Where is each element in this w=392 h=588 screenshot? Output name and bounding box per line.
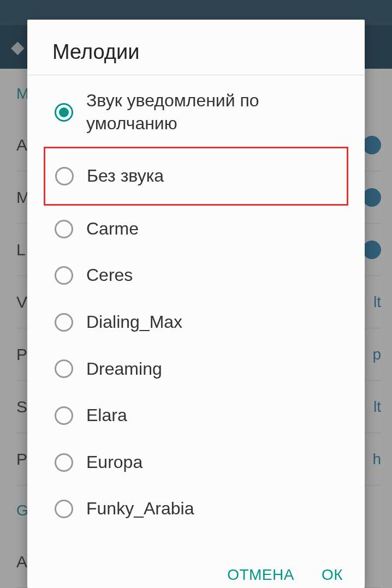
dialog-title: Мелодии — [27, 20, 365, 75]
ringtone-label: Dreaming — [86, 358, 162, 381]
ringtone-label: Без звука — [87, 165, 164, 188]
ringtone-label: Ceres — [86, 264, 133, 287]
ringtone-option[interactable]: Carme — [27, 206, 365, 253]
ringtone-list[interactable]: Звук уведомлений по умолчаниюБез звукаCa… — [27, 75, 365, 555]
radio-icon — [55, 406, 73, 425]
ringtone-label: Carme — [86, 218, 139, 241]
ringtone-option[interactable]: Dreaming — [27, 346, 365, 393]
radio-icon — [55, 220, 73, 238]
ringtone-label: Dialing_Max — [86, 311, 182, 334]
ringtone-option[interactable]: Звук уведомлений по умолчанию — [27, 77, 365, 147]
ringtone-label: Europa — [86, 451, 142, 474]
ringtone-label: Elara — [86, 404, 127, 427]
dialog-actions: ОТМЕНА ОК — [27, 555, 365, 588]
ringtone-label: Звук уведомлений по умолчанию — [86, 89, 354, 135]
radio-icon — [55, 453, 73, 472]
radio-icon — [55, 167, 74, 185]
ringtone-dialog: Мелодии Звук уведомлений по умолчаниюБез… — [27, 20, 365, 588]
ringtone-option[interactable]: Elara — [27, 392, 365, 439]
ok-button[interactable]: ОК — [322, 566, 343, 584]
ringtone-option[interactable]: Europa — [27, 439, 365, 486]
ringtone-option[interactable]: Без звука — [44, 147, 348, 206]
radio-icon — [55, 359, 73, 378]
radio-icon — [55, 266, 73, 285]
ringtone-option[interactable]: Dialing_Max — [27, 299, 365, 346]
cancel-button[interactable]: ОТМЕНА — [227, 566, 294, 584]
radio-icon — [55, 500, 73, 518]
radio-icon — [55, 313, 73, 332]
ringtone-label: Funky_Arabia — [86, 497, 194, 520]
radio-icon — [55, 103, 73, 122]
ringtone-option[interactable]: Ceres — [27, 252, 365, 299]
ringtone-option[interactable]: Funky_Arabia — [27, 485, 365, 532]
